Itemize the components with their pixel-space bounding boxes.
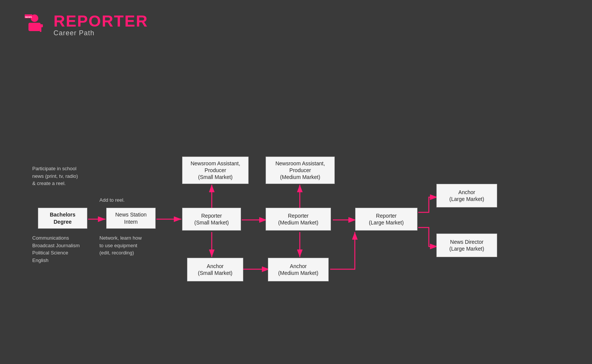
node-reporter-small: Reporter(Small Market) xyxy=(182,208,241,231)
logo-icon: NEWS xyxy=(21,11,48,39)
annotation-reel: Add to reel. xyxy=(99,196,125,204)
svg-rect-3 xyxy=(38,24,43,27)
node-anchor-medium: Anchor(Medium Market) xyxy=(268,258,329,281)
header-title: REPORTER xyxy=(54,13,148,29)
annotation-school: Participate in schoolnews (print, tv, ra… xyxy=(32,165,101,187)
node-anchor-large: Anchor(Large Market) xyxy=(436,184,497,207)
annotation-network: Network, learn howto use equipment(edit,… xyxy=(99,234,160,257)
node-reporter-medium: Reporter(Medium Market) xyxy=(266,208,331,231)
header: NEWS REPORTER Career Path xyxy=(21,11,148,39)
node-anchor-small: Anchor(Small Market) xyxy=(187,258,243,281)
svg-text:NEWS: NEWS xyxy=(25,16,32,18)
node-news-director: News Director(Large Market) xyxy=(436,234,497,257)
diagram: Participate in schoolnews (print, tv, ra… xyxy=(15,61,577,334)
node-newsroom-medium: Newsroom Assistant,Producer(Medium Marke… xyxy=(266,157,335,184)
node-newsroom-small: Newsroom Assistant,Producer(Small Market… xyxy=(182,157,249,184)
header-text: REPORTER Career Path xyxy=(54,13,148,37)
annotation-degree-types: CommunicationsBroadcast JournalismPoliti… xyxy=(32,234,101,264)
node-bachelors: BachelorsDegree xyxy=(38,208,87,229)
header-subtitle: Career Path xyxy=(54,29,148,37)
node-intern: News StationIntern xyxy=(106,208,156,229)
node-reporter-large: Reporter(Large Market) xyxy=(355,208,417,231)
